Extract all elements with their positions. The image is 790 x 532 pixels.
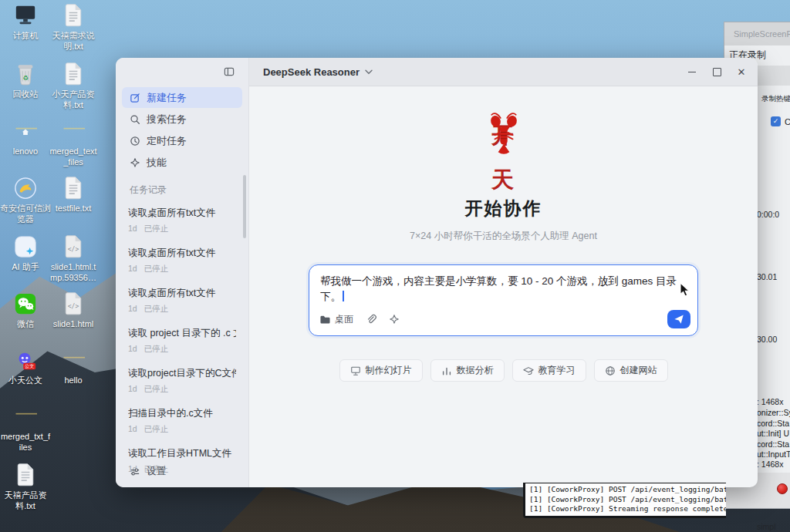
sidebar: 新建任务 搜索任务 定时任务	[116, 58, 249, 487]
settings-sliders-icon	[130, 466, 140, 477]
sidebar-item-scheduled-task[interactable]: 定时任务	[122, 130, 242, 151]
collapse-sidebar-icon[interactable]	[224, 66, 235, 77]
minimize-button[interactable]	[684, 64, 701, 79]
chip-label: 数据分析	[457, 364, 494, 377]
desktop-icon-tianxi-requirements-txt[interactable]: 天禧需求说明.txt	[48, 3, 99, 52]
send-plane-icon	[674, 314, 684, 325]
log-line: ut::InputT	[757, 450, 790, 460]
hotkey-label: 录制热键	[761, 94, 790, 104]
lobster-logo-icon	[488, 109, 520, 157]
task-status: 已停止	[144, 384, 169, 395]
task-history-section-label: 任务记录	[130, 184, 248, 197]
desktop-icon-lenovo[interactable]: lenovo	[0, 119, 51, 157]
task-age: 1d	[128, 424, 137, 435]
sparkle-icon	[389, 314, 400, 325]
sidebar-item-label: 设置	[147, 465, 166, 478]
desktop-icon-wechat[interactable]: 微信	[0, 291, 51, 329]
desktop-icon-gongwen[interactable]: 小天公文	[0, 348, 51, 386]
desktop-icon-recycle-bin[interactable]: 回收站	[0, 62, 51, 99]
task-age: 1d	[128, 304, 137, 315]
hotkey-checkbox[interactable]: ✓	[771, 116, 781, 126]
prompt-text: 帮我做一个游戏，内容主要是小学算数，要 10 - 20 个游戏，放到 games…	[320, 275, 677, 302]
compose-icon	[130, 93, 140, 103]
suggestion-chips: 制作幻灯片 数据分析 教育学习	[249, 359, 758, 382]
task-list-item[interactable]: 读取project目录下的C文件 1d已停止	[116, 362, 248, 402]
desktop-icon-ai-assistant[interactable]: AI 助手	[0, 234, 51, 272]
gongwen-app-icon	[14, 348, 37, 372]
skills-picker-button[interactable]	[389, 314, 400, 325]
stat-value: 0:00:0	[757, 204, 783, 225]
desktop-icon-testfile-txt[interactable]: testfile.txt	[48, 176, 99, 214]
prompt-input[interactable]: 帮我做一个游戏，内容主要是小学算数，要 10 - 20 个游戏，放到 games…	[309, 265, 697, 305]
record-button-icon[interactable]	[777, 483, 788, 494]
recorder-window-title: SimpleScreenR	[734, 29, 790, 39]
text-caret	[343, 291, 344, 301]
task-age: 1d	[128, 344, 137, 355]
sidebar-item-new-task[interactable]: 新建任务	[122, 87, 242, 108]
sidebar-nav: 新建任务 搜索任务 定时任务	[116, 86, 248, 173]
terminal-window[interactable]: [1] [CoworkProxy] POST /api/event_loggin…	[523, 483, 726, 518]
chip-create-website[interactable]: 创建网站	[594, 359, 668, 382]
sidebar-item-skills[interactable]: 技能	[122, 152, 242, 173]
sidebar-scrollbar[interactable]	[243, 175, 246, 238]
log-line: cord::Sta	[757, 439, 790, 450]
desktop-icon-merged-txt-files[interactable]: merged_txt_files	[0, 404, 51, 453]
code-file-icon	[62, 234, 85, 259]
desktop-icon-slide1-tmp[interactable]: slide1.html.tmp.59356…	[48, 234, 99, 284]
text-file-icon	[14, 463, 37, 487]
window-title: DeepSeek Reasoner	[263, 66, 360, 78]
desktop-screen: 计算机 回收站 lenovo 奇安信可信浏览器 AI 助手 微信 小天公文 me…	[0, 0, 790, 532]
sidebar-item-search-task[interactable]: 搜索任务	[122, 109, 242, 130]
hotkey-checkbox-row: ✓ C	[771, 116, 790, 126]
page-subtitle: 7×24 小时帮你干活的全场景个人助理 Agent	[249, 230, 758, 243]
close-button[interactable]: ✕	[733, 64, 750, 79]
presentation-icon	[350, 365, 361, 376]
chip-label: 创建网站	[620, 364, 657, 377]
terminal-line: [1] [CoworkProxy] Streaming response com…	[529, 504, 726, 514]
desktop-icon-hello-folder[interactable]: hello	[48, 348, 99, 386]
task-age: 1d	[128, 264, 137, 274]
code-file-icon	[62, 291, 85, 316]
chip-make-slides[interactable]: 制作幻灯片	[339, 359, 423, 382]
send-button[interactable]	[667, 310, 690, 328]
task-status: 已停止	[144, 304, 169, 315]
stat-value: 30.01	[757, 267, 783, 288]
chevron-down-icon	[365, 69, 373, 75]
desktop-icon-slide1-html[interactable]: slide1.html	[48, 291, 99, 329]
main-panel: DeepSeek Reasoner ✕ 开天	[249, 58, 758, 487]
stat-value: 30.00	[757, 329, 783, 350]
desktop-icon-xiaotian-product-txt[interactable]: 小天产品资料.txt	[48, 62, 99, 111]
paperclip-icon	[366, 314, 376, 325]
window-titlebar: DeepSeek Reasoner ✕	[249, 58, 758, 86]
task-list-item[interactable]: 读取桌面所有txt文件 1d已停止	[116, 241, 248, 281]
task-list-item[interactable]: 扫描目录中的.c文件 1d已停止	[116, 402, 248, 442]
chip-label: 制作幻灯片	[366, 364, 412, 377]
text-file-icon	[62, 3, 85, 28]
task-status: 已停止	[144, 264, 169, 274]
folder-icon	[14, 404, 37, 429]
task-status: 已停止	[144, 224, 169, 234]
task-age: 1d	[128, 224, 137, 234]
maximize-button[interactable]	[708, 64, 725, 79]
attach-file-button[interactable]	[366, 314, 376, 325]
task-list-item[interactable]: 读取桌面所有txt文件 1d已停止	[116, 281, 248, 322]
desktop-icon-browser[interactable]: 奇安信可信浏览器	[0, 176, 51, 225]
terminal-cursor	[530, 517, 537, 519]
chip-education[interactable]: 教育学习	[512, 359, 586, 382]
recorder-titlebar: SimpleScreenR	[724, 22, 790, 45]
desktop-scope-button[interactable]: 桌面	[319, 313, 353, 326]
model-selector[interactable]: DeepSeek Reasoner	[263, 66, 373, 78]
agent-app-window: 新建任务 搜索任务 定时任务	[116, 58, 758, 487]
desktop-icon-merged-text-files[interactable]: merged_text_files	[48, 119, 99, 168]
task-list-item[interactable]: 读取 project 目录下的 .c 文件 1d已停止	[116, 322, 248, 362]
sidebar-item-settings[interactable]: 设置	[130, 465, 166, 478]
folder-icon	[319, 315, 331, 325]
home-folder-icon	[14, 119, 37, 143]
ai-assistant-icon	[14, 234, 37, 259]
sidebar-item-label: 搜索任务	[147, 113, 187, 126]
desktop-icon-tianxi-product-txt[interactable]: 天禧产品资料.txt	[0, 463, 51, 512]
chip-data-analysis[interactable]: 数据分析	[430, 359, 505, 382]
computer-icon	[14, 3, 37, 28]
task-list-item[interactable]: 读取桌面所有txt文件 1d已停止	[116, 201, 248, 241]
desktop-icon-computer[interactable]: 计算机	[0, 3, 51, 41]
